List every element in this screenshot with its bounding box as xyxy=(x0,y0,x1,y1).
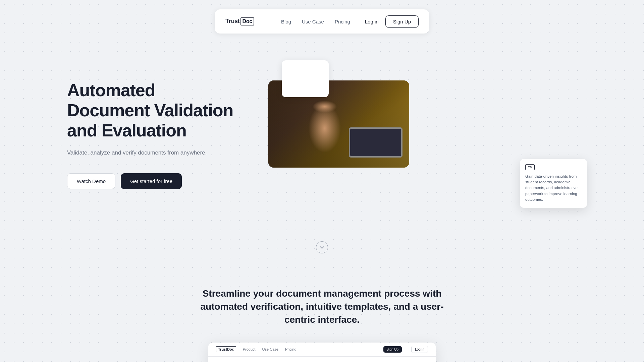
mockup-login-btn[interactable]: Log In xyxy=(411,346,428,353)
mockup-content: Automated Document xyxy=(208,357,436,362)
section2: Streamline your document management proc… xyxy=(0,267,644,362)
hero-card-top xyxy=(282,60,329,97)
laptop-shape xyxy=(349,127,402,158)
get-started-button[interactable]: Get started for free xyxy=(121,173,182,189)
info-card-text: Gain data-driven insights from student r… xyxy=(525,174,582,202)
scroll-chevron-button[interactable] xyxy=(316,241,328,253)
nav-link-pricing[interactable]: Pricing xyxy=(335,19,350,24)
hero-section: Automated Document Validation and Evalua… xyxy=(0,34,644,235)
hero-right: TD Gain data-driven insights from studen… xyxy=(268,60,577,215)
hero-title: Automated Document Validation and Evalua… xyxy=(67,80,241,140)
mockup-signup-btn[interactable]: Sign Up xyxy=(383,346,402,353)
chevron-down-icon xyxy=(320,245,324,250)
login-button[interactable]: Log in xyxy=(364,16,380,27)
info-card-logo: TD xyxy=(525,164,582,170)
logo[interactable]: TrustDoc xyxy=(225,17,254,25)
nav-link-use-case[interactable]: Use Case xyxy=(302,19,324,24)
nav-link-blog[interactable]: Blog xyxy=(281,19,291,24)
app-mockup: TrustDoc Product Use Case Pricing Sign U… xyxy=(208,343,436,362)
logo-accent: Doc xyxy=(240,17,254,25)
mockup-nav-product: Product xyxy=(243,347,256,351)
section2-title: Streamline your document management proc… xyxy=(195,287,449,326)
mockup-nav-usecase: Use Case xyxy=(262,347,278,351)
navbar-wrapper: TrustDoc Blog Use Case Pricing Log in Si… xyxy=(0,0,644,34)
mockup-logo: TrustDoc xyxy=(216,346,236,352)
info-card-logo-icon: TD xyxy=(525,164,535,170)
hero-subtitle: Validate, analyze and verify documents f… xyxy=(67,148,241,157)
logo-text: TrustDoc xyxy=(225,17,254,25)
scroll-indicator xyxy=(0,235,644,267)
mockup-navbar: TrustDoc Product Use Case Pricing Sign U… xyxy=(208,343,436,357)
hero-info-card: TD Gain data-driven insights from studen… xyxy=(520,159,587,208)
mockup-nav-pricing: Pricing xyxy=(285,347,297,351)
hero-buttons: Watch Demo Get started for free xyxy=(67,173,241,189)
watch-demo-button[interactable]: Watch Demo xyxy=(67,173,115,189)
signup-button[interactable]: Sign Up xyxy=(385,15,419,28)
hero-left: Automated Document Validation and Evalua… xyxy=(67,60,241,189)
nav-actions: Log in Sign Up xyxy=(364,15,419,28)
navbar: TrustDoc Blog Use Case Pricing Log in Si… xyxy=(215,9,429,34)
nav-links: Blog Use Case Pricing xyxy=(281,19,350,24)
